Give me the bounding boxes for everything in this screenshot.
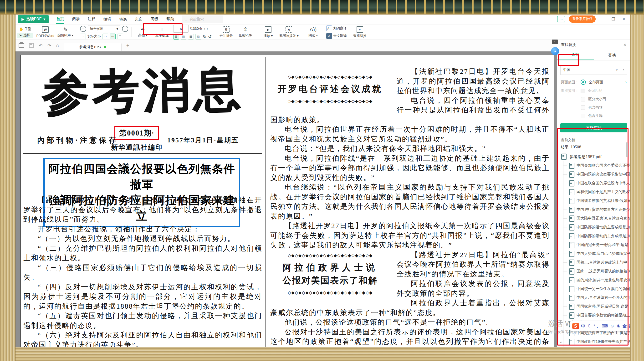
page-total-label: /1330页: [190, 26, 202, 31]
read-aloud-icon: A)): [310, 27, 316, 32]
continuous-view-icon[interactable]: ▧: [196, 34, 201, 39]
find-next-icon[interactable]: ∨: [614, 68, 620, 72]
frame-top: [0, 0, 644, 14]
menu-item-convert[interactable]: 转换: [119, 14, 127, 24]
minimize-button[interactable]: ─: [600, 17, 606, 21]
actual-size-icon[interactable]: 1:1: [80, 33, 86, 39]
screenshot-root: { "menu_bar": { "app_button": "迅读PDF", "…: [0, 0, 644, 361]
print-icon[interactable]: [18, 43, 24, 48]
compress-pdf-button[interactable]: ⇕ 压缩PDF: [238, 27, 254, 38]
newspaper-publisher: 新华通訊社編印: [111, 143, 163, 152]
page-range-chevron-icon[interactable]: ›: [626, 80, 626, 84]
zoom-mode-select[interactable]: 适合宽度▾: [88, 25, 120, 32]
article1-headline-block: ◇◆◇◆◇◆◇◆◇◆◇◆◇◆◇◆◇◆◇◆◇◆◇◆ 开罗电台评述会议成就 ◇◆◇◆…: [270, 74, 390, 104]
next-page-button[interactable]: ›: [207, 26, 208, 31]
edit-pdf-button[interactable]: ✎ 编辑PDF ▾: [58, 27, 74, 38]
pdf-to-word-button[interactable]: W PDF转Word: [36, 26, 54, 38]
find-prev-icon[interactable]: ∧: [620, 68, 627, 72]
fit-visible-icon[interactable]: ⋯: [110, 33, 116, 39]
save-icon[interactable]: [29, 43, 34, 48]
fit-page-icon[interactable]: ▭: [102, 33, 108, 39]
chevron-down-icon: ▾: [116, 27, 118, 31]
word-translate-button[interactable]: A₊ 划词翻译: [324, 25, 349, 32]
document-tab-bar: ↶ ↷ ⌂ 参考消息1957 +: [15, 40, 557, 51]
menu-item-read[interactable]: 阅读: [72, 14, 80, 24]
headline-line1: 阿拉伯四国会議公报要以色列無条件撤軍: [46, 161, 238, 192]
read-aloud-button[interactable]: A)) 朗读 ▾: [305, 27, 321, 38]
find-replace-icon: ⌕: [356, 26, 363, 33]
newspaper-paragraph: 公报对于沙特国王的美国之行所表示的评价表明，这四个阿拉伯国家对美国在这个地区的政…: [270, 327, 550, 348]
floating-assistant-button[interactable]: ✦: [551, 47, 559, 55]
results-scrollbar-thumb[interactable]: [626, 142, 628, 157]
zoom-in-button[interactable]: +: [122, 26, 128, 32]
annotation-redbox-page-nav: [143, 23, 182, 35]
prev-page-button[interactable]: ‹: [204, 26, 205, 31]
ornament-border: ◇◆◇◆◇◆◇◆◇◆◇◆◇◆◇◆◇◆◇◆◇◆◇◆: [270, 74, 390, 80]
frame-bottom: [0, 347, 644, 361]
menu-item-home[interactable]: 首页: [56, 14, 64, 24]
document-canvas[interactable]: 参考消息 第0001期· 內部刊物·注意保存 1957年3月1日·星期五 新华通…: [15, 51, 557, 348]
login-button[interactable]: 登录享原特权: [569, 15, 596, 23]
ime-tools-icon[interactable]: ✎: [636, 323, 639, 329]
newspaper-paragraph: “（六）绝对支持阿尔及利亚的阿拉伯人自由和独立的权利和他们对帝国主义势力进行的英…: [23, 330, 262, 348]
newspaper-paragraph: “（二）充分维护巴勒斯坦的阿拉伯人的权利和阿拉伯人对他们领土和领水的主权。: [23, 244, 262, 263]
newspaper-paragraph: “（四）反对一切想削弱埃及对苏伊士运河的主权和权利的尝试，因为苏伊士运河是埃及不…: [23, 282, 262, 311]
menu-item-annotate[interactable]: 注释: [87, 14, 96, 24]
home-icon[interactable]: ⌂: [56, 43, 59, 48]
unsaved-dot-icon: [104, 46, 106, 48]
menu-item-page[interactable]: 页面: [134, 14, 143, 24]
column-divider: [266, 57, 266, 348]
include-bookmarks-label: 包含书签: [588, 105, 602, 110]
all-pages-label: 全部页面: [589, 80, 603, 84]
match-case-checkbox[interactable]: [581, 97, 585, 101]
full-translate-button[interactable]: A 全文翻译: [324, 33, 349, 39]
merge-split-button[interactable]: ⧉ 合并拆分: [218, 26, 234, 38]
screenshot-icon: A: [286, 26, 292, 33]
maximize-button[interactable]: ❐: [610, 17, 616, 22]
scope-label: 查找范围：: [561, 89, 579, 93]
tab-replace[interactable]: 替换: [594, 50, 630, 60]
search-input[interactable]: [560, 68, 614, 72]
text-reflow-icon[interactable]: T: [117, 33, 123, 39]
include-annotations-checkbox[interactable]: [581, 114, 585, 118]
article2-headline-line2: 公报对美国表示了和解: [270, 275, 390, 286]
page-indicator-badge: 1: [552, 39, 558, 44]
results-scroll-down-icon[interactable]: ⌄: [559, 338, 563, 344]
panel-close-icon[interactable]: ✕: [623, 42, 626, 47]
redo-icon[interactable]: ↷: [48, 43, 52, 48]
rotate-cw-icon[interactable]: ↻: [203, 34, 206, 39]
feature-search-placeholder: 功能搜索: [190, 17, 204, 21]
rotate-ccw-icon[interactable]: ↺: [208, 34, 212, 39]
full-translate-icon: A: [326, 33, 332, 39]
select-tool-button[interactable]: ➤选择: [17, 33, 33, 38]
search-box: ∨ ∧: [560, 65, 627, 75]
hand-tool-button[interactable]: ✋手型: [17, 26, 33, 32]
close-button[interactable]: ✕: [620, 17, 627, 22]
new-tab-button[interactable]: +: [126, 42, 130, 48]
search-result-item[interactable]: 中国青年党完全支持蒋的反共政策: [557, 346, 630, 348]
ime-simplified-icon[interactable]: 简: [629, 323, 633, 329]
feature-search-input[interactable]: ⊞ 功能搜索: [182, 15, 223, 23]
menu-item-help[interactable]: 帮助: [166, 14, 174, 24]
play-button[interactable]: ▶ 播放 ▾: [260, 26, 276, 38]
include-bookmarks-checkbox[interactable]: [581, 105, 585, 110]
feedback-chat-icon[interactable]: ⋯: [557, 16, 565, 22]
undo-icon[interactable]: ↶: [38, 43, 43, 48]
document-tab[interactable]: 参考消息1957: [64, 43, 122, 51]
whole-word-checkbox[interactable]: [580, 89, 585, 93]
newspaper-paragraph: 开罗电台引述公报说，领袖们作出了六个决定：: [23, 224, 262, 234]
match-case-label: 区分大小写: [588, 97, 606, 101]
grid-search-icon: ⊞: [184, 17, 188, 21]
zoom-out-button[interactable]: −: [80, 26, 86, 32]
screenshot-extract-button[interactable]: A 截图与提取 ▾: [279, 26, 299, 38]
all-pages-radio[interactable]: [580, 79, 586, 85]
find-replace-button[interactable]: ⌕ 查找替换: [352, 26, 368, 38]
four-page-view-icon[interactable]: ▦: [188, 34, 194, 39]
actual-size-label[interactable]: 实际大小: [88, 34, 101, 38]
word-translate-icon: A₊: [326, 25, 332, 31]
menu-item-advanced[interactable]: 高级: [150, 14, 159, 24]
whole-word-label: 全词匹配: [588, 89, 602, 93]
app-menu-button[interactable]: ▶ 迅读PDF ▾: [18, 15, 48, 23]
issue-number-redbox: 第0001期·: [114, 126, 159, 140]
menu-item-edit[interactable]: 编辑: [103, 14, 112, 24]
